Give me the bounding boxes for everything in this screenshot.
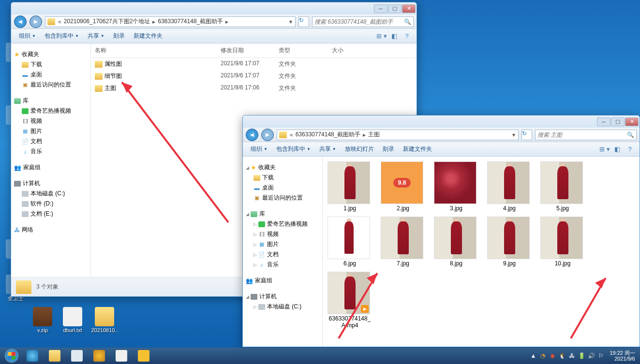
column-date[interactable]: 修改日期: [217, 45, 275, 56]
include-in-library-menu[interactable]: 包含到库中▼: [272, 144, 314, 155]
thumbnail-item[interactable]: 5.jpg: [540, 161, 585, 212]
view-menu[interactable]: ⊞ ▾: [599, 144, 610, 155]
taskbar-ie[interactable]: [21, 349, 44, 363]
breadcrumb-dropdown[interactable]: ▾: [288, 18, 293, 25]
forward-button[interactable]: ►: [30, 15, 42, 28]
breadcrumb[interactable]: « 636330774148_截图助手 ▸ 主图 ▾: [277, 130, 519, 140]
burn-button[interactable]: 刻录: [379, 144, 398, 155]
tray-icon[interactable]: ▲: [529, 352, 537, 360]
favorites-group[interactable]: ★收藏夹: [11, 49, 90, 59]
maximize-button[interactable]: ▢: [611, 117, 625, 126]
help-button[interactable]: ?: [624, 144, 636, 155]
libraries-group[interactable]: 库: [11, 96, 90, 106]
tray-icon[interactable]: ◉: [549, 352, 556, 360]
search-box[interactable]: 🔍: [535, 130, 637, 140]
start-button[interactable]: [2, 349, 21, 363]
preview-pane-button[interactable]: ◧: [611, 144, 623, 155]
minimize-button[interactable]: ─: [597, 117, 610, 126]
sidebar-pictures[interactable]: ▦图片: [11, 126, 90, 136]
sidebar-downloads[interactable]: 下载: [11, 59, 90, 70]
column-name[interactable]: 名称: [91, 45, 217, 56]
search-box[interactable]: 🔍: [312, 16, 414, 27]
thumbnail-item[interactable]: 3.jpg: [434, 161, 478, 212]
thumbnail-item[interactable]: 6.jpg: [327, 217, 372, 267]
sidebar-disk-e[interactable]: 文档 (E:): [11, 209, 90, 219]
forward-button[interactable]: ►: [261, 129, 274, 141]
taskbar-item[interactable]: [66, 349, 88, 363]
computer-group[interactable]: 计算机: [11, 178, 90, 189]
sidebar-documents[interactable]: ▷📄文档: [243, 249, 322, 260]
sidebar-iqiyi[interactable]: ▷爱奇艺热播视频: [243, 219, 322, 229]
libraries-group[interactable]: ◢库: [243, 209, 322, 219]
favorites-group[interactable]: ◢★收藏夹: [243, 162, 322, 173]
tray-clock[interactable]: 19:22 周一 2021/9/6: [610, 350, 635, 362]
slideshow-button[interactable]: 放映幻灯片: [341, 144, 378, 155]
minimize-button[interactable]: ─: [374, 4, 387, 13]
thumbnail-item[interactable]: 4.jpg: [487, 161, 532, 212]
computer-group[interactable]: ◢计算机: [243, 291, 322, 302]
tray-volume-icon[interactable]: 🔊: [587, 352, 595, 360]
sidebar-disk-d[interactable]: 软件 (D:): [11, 199, 90, 209]
thumbnail-item[interactable]: 8.jpg: [434, 217, 478, 267]
homegroup[interactable]: 👥家庭组: [243, 276, 322, 286]
thumbnail-item[interactable]: ▶636330774148_A.mp4: [327, 272, 372, 329]
tray-flag-icon[interactable]: ⚐: [597, 352, 605, 360]
preview-pane-button[interactable]: ◧: [388, 31, 400, 42]
search-icon[interactable]: 🔍: [404, 18, 411, 25]
homegroup[interactable]: 👥家庭组: [11, 162, 90, 173]
column-type[interactable]: 类型: [275, 45, 328, 56]
maximize-button[interactable]: ▢: [388, 4, 402, 13]
sidebar-disk-c[interactable]: 本地磁盘 (C:): [11, 189, 90, 199]
tray-icon[interactable]: 🔋: [578, 352, 585, 360]
refresh-button[interactable]: ↻: [298, 16, 309, 27]
tray-icon[interactable]: 🐧: [558, 352, 566, 360]
list-item[interactable]: 属性图 2021/9/6 17:07 文件夹: [91, 58, 417, 70]
share-menu[interactable]: 共享▼: [315, 144, 340, 155]
sidebar-pictures[interactable]: ▷▦图片: [243, 239, 322, 249]
view-menu[interactable]: ⊞ ▾: [376, 31, 387, 42]
new-folder-button[interactable]: 新建文件夹: [399, 144, 436, 155]
search-icon[interactable]: 🔍: [627, 131, 634, 138]
network-group[interactable]: 🖧网络: [11, 225, 90, 235]
desktop-icon[interactable]: 20210810..: [90, 307, 119, 333]
desktop-icon[interactable]: dburl.txt: [58, 307, 87, 333]
list-item[interactable]: 细节图 2021/9/6 17:07 文件夹: [91, 70, 417, 82]
titlebar[interactable]: ─ ▢ ✕: [243, 116, 640, 128]
sidebar-music[interactable]: ♪音乐: [11, 146, 90, 157]
sidebar-recent[interactable]: ▣最近访问的位置: [11, 80, 90, 90]
sidebar-disk-c[interactable]: ▷本地磁盘 (C:): [243, 302, 322, 312]
sidebar-documents[interactable]: 📄文档: [11, 136, 90, 146]
taskbar-item[interactable]: [88, 349, 110, 363]
tray-icon[interactable]: ◔: [539, 352, 547, 360]
search-input[interactable]: [314, 18, 404, 25]
search-input[interactable]: [537, 131, 627, 138]
breadcrumb-dropdown[interactable]: ▾: [511, 131, 516, 138]
back-button[interactable]: ◄: [14, 15, 27, 28]
tray-icon[interactable]: 🖧: [568, 352, 576, 360]
sidebar-downloads[interactable]: 下载: [243, 173, 322, 183]
thumbnail-item[interactable]: 10.jpg: [540, 217, 585, 267]
thumbnail-item[interactable]: 1.jpg: [327, 161, 372, 212]
back-button[interactable]: ◄: [246, 129, 258, 141]
sidebar-desktop[interactable]: ▬桌面: [11, 70, 90, 80]
thumbnail-item[interactable]: 9.jpg: [487, 217, 532, 267]
sidebar-videos[interactable]: 🎞视频: [11, 116, 90, 126]
list-item[interactable]: 主图 2021/9/6 17:06 文件夹: [91, 82, 417, 94]
sidebar-music[interactable]: ▷♪音乐: [243, 260, 322, 270]
thumbnail-item[interactable]: 2.jpg: [381, 161, 425, 212]
taskbar-item[interactable]: [110, 349, 133, 363]
organize-menu[interactable]: 组织▼: [247, 144, 271, 155]
organize-menu[interactable]: 组织▼: [15, 30, 40, 42]
close-button[interactable]: ✕: [625, 117, 639, 126]
close-button[interactable]: ✕: [402, 4, 416, 13]
sidebar-iqiyi[interactable]: 爱奇艺热播视频: [11, 106, 90, 116]
sidebar-recent[interactable]: ▣最近访问的位置: [243, 193, 322, 203]
titlebar[interactable]: ─ ▢ ✕: [11, 2, 417, 15]
taskbar-item[interactable]: [133, 349, 155, 363]
sidebar-desktop[interactable]: ▬桌面: [243, 183, 322, 193]
thumbnail-item[interactable]: 7.jpg: [381, 217, 425, 267]
share-menu[interactable]: 共享▼: [84, 30, 108, 42]
column-size[interactable]: 大小: [328, 45, 367, 56]
taskbar-explorer[interactable]: [44, 349, 66, 363]
burn-button[interactable]: 刻录: [109, 30, 129, 42]
